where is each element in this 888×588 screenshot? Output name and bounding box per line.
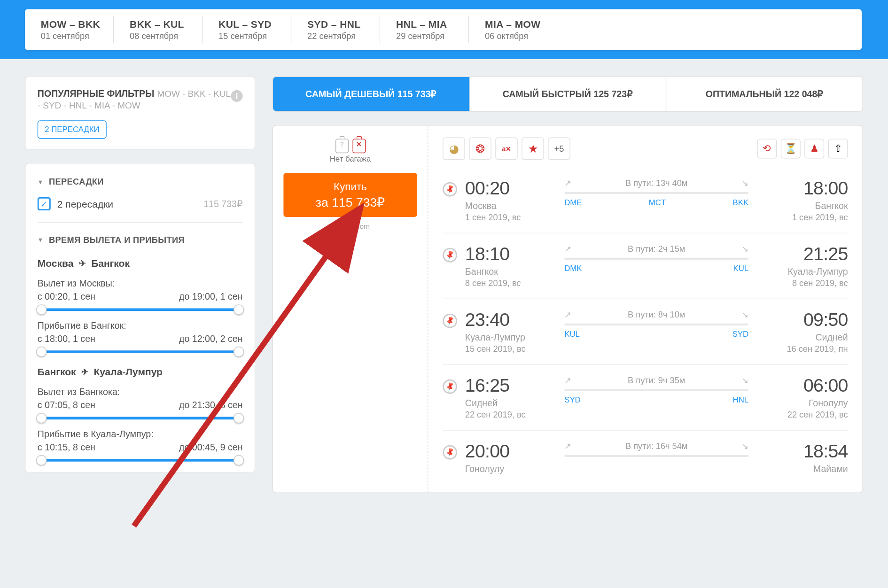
flight-segment[interactable]: 📌 16:25 Сидней 22 сен 2019, вс ↗ В пути:…: [443, 365, 848, 431]
ticket-card: ? ✕ Нет багажа Купить за 115 733₽ на Kiw…: [273, 125, 863, 493]
slider-handle-max[interactable]: [234, 304, 244, 315]
slider-handle-max[interactable]: [234, 413, 244, 423]
chevron-down-icon: ▼: [38, 236, 44, 243]
plane-takeoff-icon: ↗: [564, 441, 571, 451]
carry-on-icon: ?: [335, 139, 348, 153]
filters-card: ▼ ПЕРЕСАДКИ 2 пересадки 115 733₽ ▼ ВРЕМЯ…: [25, 163, 255, 472]
slider-dep-1[interactable]: [38, 309, 243, 311]
no-baggage-icon: ✕: [352, 139, 366, 153]
plane-landing-icon: ↘: [741, 375, 748, 385]
popular-filters-card: ПОПУЛЯРНЫЕ ФИЛЬТРЫ MOW - BKK - KUL - SYD…: [25, 76, 255, 150]
popular-filters-title: ПОПУЛЯРНЫЕ ФИЛЬТРЫ: [38, 88, 155, 99]
tab-optimal[interactable]: ОПТИМАЛЬНЫЙ 122 048₽: [666, 77, 862, 111]
slider-arr-label: Прибытие в Бангкок:: [38, 320, 243, 331]
pin-icon[interactable]: 📌: [440, 245, 460, 265]
slider-arr-2[interactable]: [38, 459, 243, 462]
filter-times-toggle[interactable]: ▼ ВРЕМЯ ВЫЛЕТА И ПРИБЫТИЯ: [38, 235, 243, 245]
via-text: на Kiwi.com: [283, 223, 417, 231]
refresh-icon[interactable]: ⟲: [757, 139, 777, 158]
buy-button[interactable]: Купить за 115 733₽: [283, 173, 417, 217]
baggage-text: Нет багажа: [283, 155, 417, 164]
slider-dep-label: Вылет из Москвы:: [38, 278, 243, 288]
chevron-down-icon: ▼: [38, 178, 44, 185]
route-segment[interactable]: MIA – MOW06 октября: [469, 16, 558, 44]
slider-handle-min[interactable]: [36, 304, 47, 315]
route-label-2: Бангкок ✈ Куала-Лумпур: [38, 366, 243, 378]
plane-takeoff-icon: ↗: [564, 309, 571, 319]
airline-logo: ◕: [443, 138, 465, 160]
route-segment[interactable]: BKK – KUL08 сентября: [114, 16, 203, 44]
pin-icon[interactable]: 📌: [440, 442, 460, 462]
flight-segment[interactable]: 📌 23:40 Куала-Лумпур 15 сен 2019, вс ↗ В…: [443, 299, 848, 365]
filter-transfers-toggle[interactable]: ▼ ПЕРЕСАДКИ: [38, 177, 243, 187]
route-segment[interactable]: SYD – HNL22 сентября: [291, 16, 380, 44]
airline-logo: a✕: [495, 138, 518, 160]
slider-handle-max[interactable]: [234, 455, 244, 465]
plane-takeoff-icon: ↗: [564, 178, 571, 188]
plane-takeoff-icon: ↗: [564, 244, 571, 254]
route-segment[interactable]: MOW – BKK01 сентября: [25, 16, 114, 44]
airline-logo: ❂: [469, 138, 491, 160]
flight-segment[interactable]: 📌 18:10 Бангкок 8 сен 2019, вс ↗ В пути:…: [443, 233, 848, 299]
plane-landing-icon: ↘: [741, 178, 748, 188]
plane-landing-icon: ↘: [741, 441, 748, 451]
checkbox-label: 2 пересадки: [57, 198, 203, 209]
checkbox-2-transfers[interactable]: [38, 197, 51, 210]
route-label-1: Москва ✈ Бангкок: [38, 258, 243, 269]
sort-tabs: САМЫЙ ДЕШЕВЫЙ 115 733₽ САМЫЙ БЫСТРЫЙ 125…: [273, 76, 863, 112]
plane-takeoff-icon: ↗: [564, 375, 571, 385]
plane-icon: ✈: [79, 258, 86, 268]
pin-icon[interactable]: 📌: [440, 311, 460, 331]
airline-logo: ★: [522, 138, 544, 160]
route-segments: MOW – BKK01 сентябряBKK – KUL08 сентября…: [25, 9, 862, 50]
hourglass-icon[interactable]: ⏳: [781, 139, 801, 158]
flight-segment[interactable]: 📌 20:00 Гонолулу ↗ В пути: 16ч 54м ↘ 18:…: [443, 431, 848, 486]
slider-handle-min[interactable]: [36, 347, 47, 357]
route-segment[interactable]: KUL – SYD15 сентября: [203, 16, 291, 44]
route-header: MOW – BKK01 сентябряBKK – KUL08 сентября…: [0, 0, 888, 59]
pin-icon[interactable]: 📌: [440, 179, 460, 199]
filter-chip-transfers[interactable]: 2 ПЕРЕСАДКИ: [38, 120, 107, 139]
route-segment[interactable]: HNL – MIA29 сентября: [380, 16, 469, 44]
slider-arr-1[interactable]: [38, 350, 243, 353]
plane-landing-icon: ↘: [741, 244, 748, 254]
info-icon[interactable]: i: [231, 90, 242, 102]
plane-landing-icon: ↘: [741, 309, 748, 319]
tab-cheapest[interactable]: САМЫЙ ДЕШЕВЫЙ 115 733₽: [273, 77, 470, 111]
slider-handle-min[interactable]: [36, 455, 47, 465]
slider-dep-2[interactable]: [38, 417, 243, 420]
slider-handle-max[interactable]: [234, 347, 244, 357]
pin-icon[interactable]: 📌: [440, 377, 460, 396]
share-icon[interactable]: ⇧: [828, 139, 848, 158]
ticket-buy-panel: ? ✕ Нет багажа Купить за 115 733₽ на Kiw…: [273, 125, 428, 492]
seat-icon[interactable]: ♟: [804, 139, 824, 158]
plane-icon: ✈: [81, 367, 88, 377]
tab-fastest[interactable]: САМЫЙ БЫСТРЫЙ 125 723₽: [470, 77, 667, 111]
more-airlines[interactable]: +5: [548, 138, 570, 160]
flight-segment[interactable]: 📌 00:20 Москва 1 сен 2019, вс ↗ В пути: …: [443, 168, 848, 233]
slider-handle-min[interactable]: [36, 413, 47, 423]
checkbox-price: 115 733₽: [203, 199, 242, 209]
